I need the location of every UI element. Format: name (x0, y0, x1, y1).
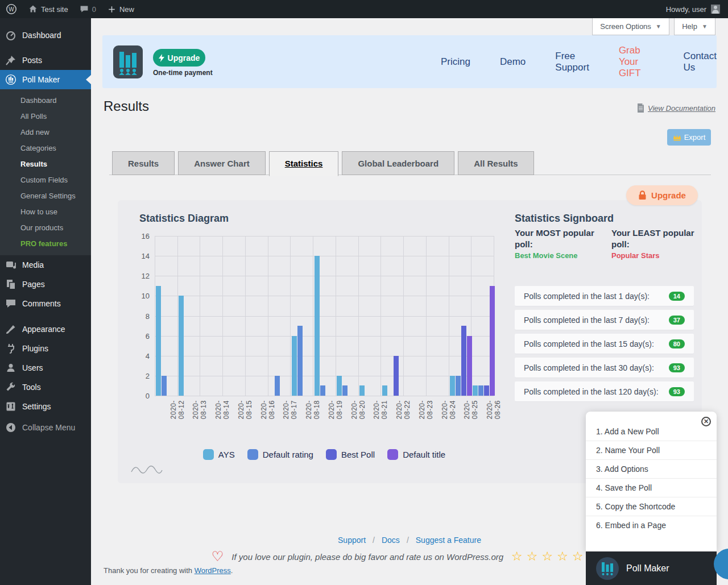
submenu-item-results[interactable]: Results (0, 156, 91, 172)
count-badge: 14 (669, 292, 685, 301)
rate-text: If you love our plugin, please do big fa… (231, 552, 503, 562)
view-documentation-link[interactable]: View Documentation (637, 103, 715, 113)
banner-link-grab-your-gift[interactable]: Grab Your GIFT (619, 45, 654, 79)
submenu-item-custom-fields[interactable]: Custom Fields (0, 172, 91, 188)
banner-link-free-support[interactable]: Free Support (555, 51, 589, 73)
chevron-down-icon: ▼ (702, 23, 708, 30)
submenu-item-pro-features[interactable]: PRO features (0, 236, 91, 252)
avatar (711, 5, 720, 14)
svg-text:W: W (9, 6, 14, 13)
screen-options-tab[interactable]: Screen Options ▼ (592, 18, 669, 35)
sidebar-item-media[interactable]: Media (0, 255, 91, 275)
table-row: Polls completed in the last 120 day(s):9… (515, 381, 694, 401)
bar (156, 286, 161, 396)
wordpress-icon: W (6, 3, 17, 15)
tab-statistics[interactable]: Statistics (269, 151, 339, 176)
submenu-item-all-polls[interactable]: All Polls (0, 109, 91, 125)
bar (337, 376, 342, 396)
submenu-item-add-new[interactable]: Add new (0, 125, 91, 140)
footer-link-docs[interactable]: Docs (382, 536, 400, 545)
tutorial-step: 1. Add a New Poll (586, 422, 717, 441)
legend-swatch (387, 449, 398, 460)
close-icon[interactable]: ✕ (701, 417, 711, 426)
grid-line (155, 376, 494, 376)
rating-stars[interactable]: ☆☆☆☆☆ (511, 549, 588, 564)
banner-link-pricing[interactable]: Pricing (441, 56, 470, 68)
tab-answer-chart[interactable]: Answer Chart (178, 151, 266, 175)
x-axis-label: 2020-08-20 (350, 400, 366, 419)
count-badge: 93 (669, 387, 685, 396)
most-popular-value: Best Movie Scene (515, 251, 578, 260)
results-tabs: ResultsAnswer ChartStatisticsGlobal Lead… (112, 151, 534, 176)
help-tab[interactable]: Help ▼ (674, 18, 715, 35)
statistics-upgrade-button[interactable]: Upgrade (626, 185, 698, 205)
plugin-header-banner: Upgrade One-time payment PricingDemoFree… (102, 35, 717, 88)
sidebar-item-poll-maker[interactable]: Poll Maker (0, 70, 91, 89)
tab-all-results[interactable]: All Results (458, 151, 534, 175)
submenu-item-our-products[interactable]: Our products (0, 220, 91, 236)
legend-swatch (326, 449, 337, 460)
row-label: Polls completed in the last 120 day(s): (524, 387, 659, 396)
footer-link-support[interactable]: Support (338, 536, 366, 545)
count-badge: 93 (669, 363, 685, 372)
account-menu[interactable]: Howdy, user (661, 0, 725, 18)
bar (478, 385, 483, 396)
legend-item: Default title (387, 449, 445, 460)
x-axis-label: 2020-08-19 (328, 400, 344, 419)
banner-link-contact-us[interactable]: Contact Us (683, 51, 717, 73)
sidebar-item-comments[interactable]: Comments (0, 294, 91, 313)
y-axis-label: 14 (142, 252, 150, 260)
x-axis-label: 2020-08-13 (192, 400, 208, 419)
tab-global-leaderboard[interactable]: Global Leaderboard (342, 151, 454, 175)
sidebar-item-pages[interactable]: Pages (0, 275, 91, 294)
banner-link-demo[interactable]: Demo (500, 56, 526, 68)
submenu-item-dashboard[interactable]: Dashboard (0, 93, 91, 109)
x-axis-label: 2020-08-26 (486, 400, 502, 419)
grid-line (313, 236, 313, 396)
comments-menu[interactable]: 0 (74, 0, 102, 18)
grid-line (155, 236, 494, 237)
tutorial-step: 2. Name Your Poll (586, 441, 717, 460)
sidebar-item-plugins[interactable]: Plugins (0, 339, 91, 358)
x-axis-label: 2020-08-21 (373, 400, 388, 419)
bar (162, 376, 167, 396)
row-label: Polls completed in the last 15 day(s): (524, 339, 654, 348)
submenu-item-general-settings[interactable]: General Settings (0, 188, 91, 204)
grid-line (155, 316, 494, 317)
least-popular-label: Your LEAST popular poll: (611, 227, 702, 251)
submenu-item-categories[interactable]: Categories (0, 140, 91, 156)
submenu-item-how-to-use[interactable]: How to use (0, 204, 91, 220)
poll-maker-submenu: DashboardAll PollsAdd newCategoriesResul… (0, 89, 91, 255)
grid-line (155, 396, 494, 396)
site-link[interactable]: Test site (23, 0, 74, 18)
footer-link-suggest-a-feature[interactable]: Suggest a Feature (416, 536, 481, 545)
tutorial-step: 6. Embed in a Page (586, 516, 717, 535)
sidebar-item-appearance[interactable]: Appearance (0, 320, 91, 339)
grid-line (177, 236, 178, 396)
sidebar-item-tools[interactable]: Tools (0, 377, 91, 397)
x-axis-label: 2020-08-25 (463, 400, 479, 419)
sidebar-item-settings[interactable]: Settings (0, 397, 91, 416)
legend-item: Default rating (247, 449, 313, 460)
chevron-down-icon: ▼ (656, 23, 661, 30)
sidebar-item-posts[interactable]: Posts (0, 51, 91, 70)
y-axis-label: 16 (142, 232, 150, 240)
y-axis-label: 12 (142, 272, 150, 280)
wordpress-link[interactable]: WordPress (195, 566, 231, 575)
grid-line (155, 256, 494, 256)
bar (467, 336, 472, 396)
x-axis-label: 2020-08-18 (305, 400, 321, 419)
y-axis-label: 4 (146, 351, 150, 360)
collapse-menu-button[interactable]: Collapse Menu (0, 418, 91, 437)
bar (275, 376, 280, 396)
x-axis-label: 2020-08-14 (214, 400, 230, 419)
sidebar-item-users[interactable]: Users (0, 358, 91, 377)
tutorial-brand: Poll Maker (626, 563, 669, 574)
sidebar-item-dashboard[interactable]: Dashboard (0, 26, 91, 45)
new-menu[interactable]: New (102, 0, 140, 18)
export-button[interactable]: Export (667, 129, 711, 146)
bar (315, 256, 320, 396)
banner-upgrade-button[interactable]: Upgrade (153, 49, 205, 67)
wordpress-logo-menu[interactable]: W (0, 0, 23, 18)
tab-results[interactable]: Results (112, 151, 175, 175)
